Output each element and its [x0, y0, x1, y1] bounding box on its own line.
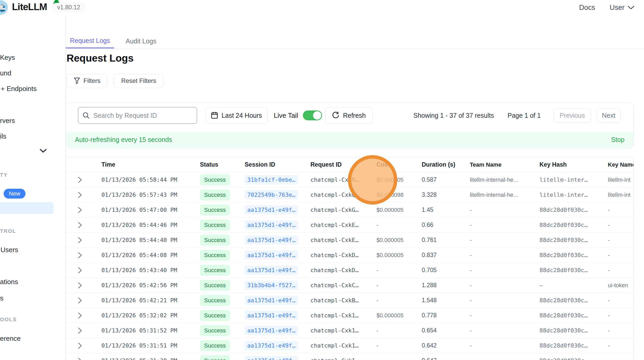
live-tail-label: Live Tail [274, 107, 298, 124]
key-name-cell: - [608, 312, 633, 319]
stop-auto-refresh-link[interactable]: Stop [611, 136, 625, 143]
request-id-cell: chatcmpl-CxkB… [310, 297, 376, 304]
topbar: 🚅 LiteLLM 🌲 v1.80.12 Docs User [0, 0, 644, 15]
search-input[interactable] [93, 112, 193, 119]
sidebar-item-keys[interactable]: Keys [0, 54, 15, 62]
previous-page-button[interactable]: Previous [554, 108, 591, 123]
key-name-cell: - [608, 297, 633, 304]
key-hash-cell: 88dc28d0f030c… [539, 342, 608, 349]
sidebar-section-observability: TY [0, 172, 8, 178]
session-id-link[interactable]: aa1375d1-e49f… [245, 326, 298, 335]
expand-row-button[interactable] [78, 191, 82, 199]
status-badge: Success [200, 280, 230, 291]
expand-row-button[interactable] [78, 252, 82, 259]
key-name-cell: - [608, 237, 633, 244]
duration-cell: 0.642 [422, 342, 470, 349]
docs-link[interactable]: Docs [579, 4, 595, 12]
tab-audit-logs[interactable]: Audit Logs [121, 34, 160, 48]
sidebar-item-models-endpoints[interactable]: + Endpoints [1, 85, 37, 93]
session-id-link[interactable]: aa1375d1-e49f… [245, 296, 298, 305]
sidebar-item-teams[interactable]: s [0, 294, 3, 302]
key-hash-cell: 88dc28d0f030c… [539, 207, 608, 213]
page-indicator: Page 1 of 1 [508, 107, 541, 124]
key-hash-cell: 88dc28d0f030c… [539, 297, 608, 304]
session-id-link[interactable]: aa1375d1-e49f… [245, 251, 298, 260]
new-badge: New [4, 189, 25, 199]
chevron-down-icon [628, 5, 634, 10]
table-row: 01/13/2026 05:31:51 PM Success aa1375d1-… [66, 338, 633, 353]
cost-cell: - [376, 282, 422, 289]
time-range-label: Last 24 Hours [222, 112, 262, 119]
sidebar-item-playground[interactable]: und [0, 69, 11, 77]
sidebar-item-selected-logs[interactable] [0, 202, 54, 214]
time-cell: 01/13/2026 05:31:52 PM [101, 327, 200, 334]
reset-filters-button[interactable]: Reset Filters [114, 74, 164, 88]
session-id-link[interactable]: 31b3b4b4-f527… [245, 281, 298, 290]
expand-row-button[interactable] [78, 342, 82, 349]
logs-controls-card: Last 24 Hours Live Tail Refresh Showing … [66, 103, 634, 148]
key-hash-cell: 88dc28d0f030c… [539, 237, 608, 243]
session-id-link[interactable]: aa1375d1-e49f… [245, 311, 298, 320]
header-duration: Duration (s) [422, 161, 470, 168]
expand-row-button[interactable] [78, 237, 82, 244]
refresh-button[interactable]: Refresh [325, 107, 373, 124]
duration-cell: 1.288 [422, 282, 470, 289]
sidebar-item-guardrails[interactable]: ils [0, 132, 6, 140]
expand-row-button[interactable] [78, 312, 82, 319]
session-id-link[interactable]: aa1375d1-e49f… [245, 356, 298, 360]
key-name-cell: ui-token [608, 282, 633, 289]
cost-cell: - [376, 222, 422, 228]
time-cell: 01/13/2026 05:47:00 PM [101, 207, 200, 213]
key-name-cell: litellm-int [608, 192, 633, 198]
team-name-cell: - [470, 282, 539, 289]
sidebar-item-organizations[interactable]: ations [0, 278, 18, 286]
key-name-cell: - [608, 222, 633, 228]
auto-refresh-message: Auto-refreshing every 15 seconds [75, 136, 172, 143]
expand-row-button[interactable] [78, 297, 82, 304]
key-hash-cell: 88dc28d0f030c… [539, 222, 608, 228]
expand-row-button[interactable] [78, 221, 82, 229]
key-name-cell: - [608, 252, 633, 259]
cost-cell: - [376, 297, 422, 304]
session-id-link[interactable]: aa1375d1-e49f… [245, 235, 298, 245]
session-id-link[interactable]: aa1375d1-e49f… [245, 205, 298, 214]
expand-row-button[interactable] [78, 206, 82, 214]
refresh-label: Refresh [343, 112, 366, 119]
live-tail-toggle[interactable] [303, 110, 322, 120]
request-logs-table: Time Status Session ID Request ID Cost D… [66, 157, 634, 360]
header-session-id: Session ID [245, 161, 310, 168]
expand-row-button[interactable] [78, 282, 82, 289]
session-id-link[interactable]: aa1375d1-e49f… [245, 341, 298, 350]
sidebar-item-servers[interactable]: rvers [0, 117, 15, 125]
session-id-link[interactable]: 7022549b-763e… [245, 190, 298, 199]
user-menu-label: User [610, 4, 625, 12]
session-id-link[interactable]: 31bfa1cf-0ebe… [245, 175, 298, 184]
key-hash-cell: litellm-inter… [539, 192, 608, 198]
request-id-cell: chatcmpl-CxkE… [310, 222, 376, 228]
sidebar-item-api-reference[interactable]: erence [0, 335, 21, 343]
expand-row-button[interactable] [78, 267, 82, 274]
session-id-link[interactable]: aa1375d1-e49f… [245, 266, 298, 275]
team-name-cell: - [470, 342, 539, 349]
tab-request-logs[interactable]: Request Logs [66, 34, 114, 48]
expand-row-button[interactable] [78, 176, 82, 184]
sidebar-item-internal-users[interactable]: Users [1, 246, 18, 254]
reset-filters-button-label: Reset Filters [121, 77, 156, 84]
refresh-icon [332, 112, 339, 119]
expand-row-button[interactable] [78, 327, 82, 334]
next-page-button[interactable]: Next [597, 108, 621, 123]
table-row: 01/13/2026 05:32:02 PM Success aa1375d1-… [66, 308, 633, 323]
time-range-button[interactable]: Last 24 Hours [206, 107, 268, 124]
filters-button[interactable]: Filters [67, 74, 108, 88]
session-id-link[interactable]: aa1375d1-e49f… [245, 220, 298, 230]
user-menu[interactable]: User [610, 4, 634, 12]
results-count: Showing 1 - 37 of 37 results [413, 107, 494, 124]
duration-cell: 0.647 [422, 357, 470, 360]
key-name-cell: litellm-int [608, 176, 633, 183]
expand-row-button[interactable] [78, 357, 82, 360]
table-row: 01/13/2026 05:42:56 PM Success 31b3b4b4-… [66, 278, 633, 293]
cost-cell: - [376, 357, 422, 360]
cost-cell: $0.000005 [376, 207, 422, 213]
table-row: 01/13/2026 05:44:40 PM Success aa1375d1-… [66, 232, 633, 247]
sidebar-chevron-down-icon[interactable] [40, 149, 47, 153]
